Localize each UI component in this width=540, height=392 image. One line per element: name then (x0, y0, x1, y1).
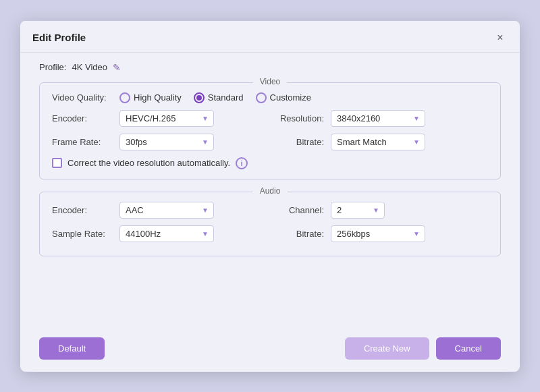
checkbox-row: Correct the video resolution automatical… (52, 157, 488, 169)
default-button[interactable]: Default (39, 337, 105, 360)
quality-standard-label: Standard (208, 92, 244, 103)
sample-rate-select[interactable]: 44100Hz 22050Hz 48000Hz (119, 225, 214, 242)
title-bar: Edit Profile × (20, 21, 520, 53)
info-icon[interactable]: i (236, 157, 248, 169)
sample-rate-select-wrapper: 44100Hz 22050Hz 48000Hz ▼ (119, 225, 214, 242)
encoder-col: Encoder: HEVC/H.265 H.264 MPEG-4 ▼ (52, 110, 270, 127)
video-bitrate-label: Bitrate: (270, 137, 331, 147)
audio-encoder-channel-row: Encoder: AAC MP3 WMA ▼ Channel: (52, 202, 488, 219)
quality-standard-radio[interactable] (194, 92, 205, 103)
dialog-title: Edit Profile (32, 32, 86, 43)
profile-label: Profile: (39, 62, 66, 72)
audio-section-label: Audio (253, 186, 288, 196)
framerate-bitrate-row: Frame Rate: 30fps 24fps 60fps ▼ Bitrate: (52, 134, 488, 150)
quality-customize-option[interactable]: Customize (256, 92, 311, 103)
audio-bitrate-label: Bitrate: (270, 229, 331, 239)
quality-row: Video Quality: High Quality Standard Cus… (52, 92, 488, 103)
dialog-body: Profile: 4K Video ✎ Video Video Quality:… (20, 53, 520, 329)
quality-customize-label: Customize (270, 92, 311, 103)
quality-options: High Quality Standard Customize (119, 92, 488, 103)
quality-label: Video Quality: (52, 92, 119, 103)
profile-value: 4K Video (72, 62, 107, 72)
frame-rate-select[interactable]: 30fps 24fps 60fps (119, 134, 214, 150)
audio-bitrate-select[interactable]: 256kbps 128kbps 192kbps 320kbps (331, 225, 425, 242)
audio-encoder-select[interactable]: AAC MP3 WMA (119, 202, 214, 219)
footer-right-buttons: Create New Cancel (345, 337, 501, 360)
samplerate-audiobitrate-row: Sample Rate: 44100Hz 22050Hz 48000Hz ▼ B… (52, 225, 488, 242)
framerate-col: Frame Rate: 30fps 24fps 60fps ▼ (52, 134, 270, 150)
edit-profile-icon[interactable]: ✎ (113, 62, 121, 73)
video-section: Video Video Quality: High Quality Standa… (39, 82, 501, 179)
video-encoder-select[interactable]: HEVC/H.265 H.264 MPEG-4 (119, 110, 214, 127)
channel-select[interactable]: 2 1 6 (331, 202, 385, 219)
quality-high-radio[interactable] (119, 92, 130, 103)
quality-high-option[interactable]: High Quality (119, 92, 182, 103)
channel-select-wrapper: 2 1 6 ▼ (331, 202, 385, 219)
channel-col: Channel: 2 1 6 ▼ (270, 202, 488, 219)
edit-profile-dialog: Edit Profile × Profile: 4K Video ✎ Video… (20, 21, 520, 372)
video-bitrate-select-wrapper: Smart Match 4000kbps 8000kbps ▼ (331, 134, 425, 150)
audio-encoder-select-wrapper: AAC MP3 WMA ▼ (119, 202, 214, 219)
audio-encoder-col: Encoder: AAC MP3 WMA ▼ (52, 202, 270, 219)
profile-row: Profile: 4K Video ✎ (39, 62, 501, 73)
audio-encoder-label: Encoder: (52, 205, 119, 215)
encoder-select-wrapper: HEVC/H.265 H.264 MPEG-4 ▼ (119, 110, 214, 127)
audio-bitrate-col: Bitrate: 256kbps 128kbps 192kbps 320kbps… (270, 225, 488, 242)
video-bitrate-col: Bitrate: Smart Match 4000kbps 8000kbps ▼ (270, 134, 488, 150)
audio-bitrate-select-wrapper: 256kbps 128kbps 192kbps 320kbps ▼ (331, 225, 425, 242)
audio-section: Audio Encoder: AAC MP3 WMA ▼ Channel (39, 192, 501, 256)
title-bar-left: Edit Profile (32, 32, 86, 43)
encoder-label: Encoder: (52, 113, 119, 123)
encoder-resolution-row: Encoder: HEVC/H.265 H.264 MPEG-4 ▼ Resol… (52, 110, 488, 127)
channel-label: Channel: (270, 205, 331, 215)
quality-customize-radio[interactable] (256, 92, 267, 103)
video-section-label: Video (253, 77, 287, 86)
resolution-select-wrapper: 3840x2160 1920x1080 1280x720 ▼ (331, 110, 425, 127)
quality-high-label: High Quality (134, 92, 182, 103)
frame-rate-select-wrapper: 30fps 24fps 60fps ▼ (119, 134, 214, 150)
resolution-label: Resolution: (270, 113, 331, 123)
sample-rate-col: Sample Rate: 44100Hz 22050Hz 48000Hz ▼ (52, 225, 270, 242)
frame-rate-label: Frame Rate: (52, 137, 119, 147)
quality-standard-option[interactable]: Standard (194, 92, 244, 103)
close-icon: × (497, 32, 503, 44)
resolution-select[interactable]: 3840x2160 1920x1080 1280x720 (331, 110, 425, 127)
video-bitrate-select[interactable]: Smart Match 4000kbps 8000kbps (331, 134, 425, 150)
auto-resolution-checkbox[interactable] (52, 158, 62, 168)
resolution-col: Resolution: 3840x2160 1920x1080 1280x720… (270, 110, 488, 127)
close-button[interactable]: × (493, 30, 508, 45)
sample-rate-label: Sample Rate: (52, 229, 119, 239)
auto-resolution-label: Correct the video resolution automatical… (68, 158, 230, 168)
cancel-button[interactable]: Cancel (436, 337, 501, 360)
create-new-button[interactable]: Create New (345, 337, 429, 360)
dialog-footer: Default Create New Cancel (20, 329, 520, 372)
